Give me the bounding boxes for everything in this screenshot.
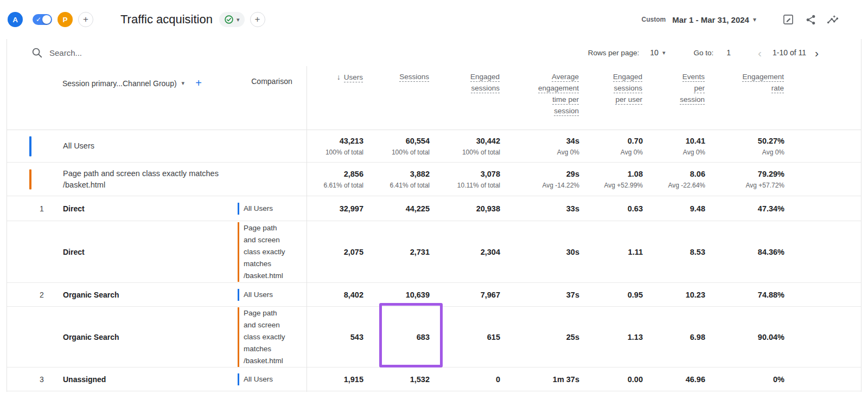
metric-cell: 43,213100% of total [307, 137, 365, 156]
add-dimension-icon[interactable]: + [195, 77, 202, 89]
sort-descending-icon: ↓ [337, 73, 341, 81]
table-body: All Users 43,213100% of total 60,554100%… [7, 130, 861, 391]
channel-name: Direct [63, 204, 238, 213]
metric-column-headers: ↓Users Sessions Engagedsessions Averagee… [307, 73, 786, 118]
metric-cell: 2,731 [365, 248, 431, 256]
column-header-engaged-sessions-per-user[interactable]: Engagedsessionsper user [580, 73, 644, 118]
date-preset-label: Custom [642, 16, 666, 23]
metric-cell: 46.96 [644, 375, 707, 384]
metric-cell: 60,554100% of total [365, 137, 431, 156]
go-to-page-input[interactable]: 1 [726, 48, 731, 57]
metric-cell: 0.70Avg 0% [581, 137, 644, 156]
column-header-sessions[interactable]: Sessions [365, 73, 431, 118]
summary-row-all-users: All Users 43,213100% of total 60,554100%… [7, 130, 861, 163]
metric-cell: 34sAvg 0% [502, 137, 581, 156]
comparison-cell: All Users [238, 373, 307, 385]
insights-icon[interactable] [826, 13, 839, 26]
metric-cell: 3,07810.11% of total [431, 170, 502, 189]
comparison-accent-bar [29, 136, 31, 156]
column-header-users[interactable]: ↓Users [307, 73, 365, 118]
metric-cell: 1,532 [365, 375, 431, 384]
next-page-icon[interactable]: › [815, 47, 819, 59]
go-to-label: Go to: [693, 49, 713, 57]
search-input[interactable] [49, 48, 277, 57]
chevron-down-icon[interactable]: ▾ [753, 16, 756, 23]
metric-cell: 0% [707, 375, 786, 384]
metric-cell: 32,997 [307, 204, 365, 213]
comparison-accent-bar [29, 169, 31, 189]
channel-name: Direct [63, 248, 238, 256]
metric-cell: 74.88% [707, 291, 786, 299]
customize-report-icon[interactable] [782, 13, 795, 26]
comparison-column-header: Comparison [237, 77, 307, 86]
summary-label: Page path and screen class exactly match… [63, 168, 307, 191]
top-bar-right: Custom Mar 1 - Mar 31, 2024 ▾ [642, 13, 868, 26]
channel-name: Unassigned [63, 375, 238, 384]
rows-per-page-label: Rows per page: [588, 49, 640, 57]
comparison-cell: Page pathand screenclass exactlymatches/… [238, 222, 307, 282]
table-row-direct-all-users: 1 Direct All Users 32,997 44,225 20,938 … [7, 196, 861, 221]
report-status-badge[interactable]: ▾ [219, 12, 245, 27]
metric-cell: 84.36% [707, 248, 786, 256]
metric-cell: 2,8566.61% of total [307, 170, 365, 189]
page-title: Traffic acquisition [120, 12, 213, 27]
report-table-card: Rows per page: 10 ▾ Go to: 1 ‹ 1-10 of 1… [7, 39, 861, 392]
metric-cell: 1.11 [581, 248, 644, 256]
row-index: 3 [29, 375, 63, 384]
metric-cell: 90.04% [707, 333, 786, 341]
pagination-range: 1-10 of 11 [773, 48, 806, 57]
metric-cell: 7,967 [431, 291, 502, 299]
metric-cell: 6.98 [644, 333, 707, 341]
add-comparison-button[interactable]: + [78, 12, 93, 27]
channel-name: Organic Search [63, 291, 238, 299]
column-header-engagement-rate[interactable]: Engagementrate [706, 73, 786, 118]
chevron-down-icon: ▾ [237, 17, 240, 23]
chevron-down-icon[interactable]: ▾ [662, 50, 666, 56]
metric-cell: 25s [502, 333, 581, 341]
add-report-tab-button[interactable]: + [250, 12, 265, 27]
comparison-chip-p[interactable]: P [58, 12, 73, 27]
metric-cell: 30,442100% of total [431, 137, 502, 156]
table-row-direct-basket: Direct Page pathand screenclass exactlym… [7, 221, 861, 283]
comparison-cell: All Users [238, 289, 307, 301]
metric-cell: 79.29%Avg +57.72% [707, 170, 786, 189]
metric-cell: 2,304 [431, 248, 502, 256]
metric-cell: 1,915 [307, 375, 365, 384]
row-index: 2 [29, 291, 63, 299]
column-header-events-per-session[interactable]: Eventspersession [644, 73, 706, 118]
metric-cell: 543 [307, 333, 365, 341]
metric-cell: 3,8826.41% of total [365, 170, 431, 189]
metric-cell: 30s [502, 248, 581, 256]
check-icon: ✓ [36, 15, 41, 24]
table-controls-row: Rows per page: 10 ▾ Go to: 1 ‹ 1-10 of 1… [7, 39, 861, 66]
date-range-selector[interactable]: Mar 1 - Mar 31, 2024 [672, 15, 749, 24]
comparison-chip-a[interactable]: A [8, 12, 23, 27]
metric-cell: 1m 37s [502, 375, 581, 384]
column-header-engaged-sessions[interactable]: Engagedsessions [431, 73, 501, 118]
comparison-cell: All Users [238, 203, 307, 215]
metric-cell: 9.48 [644, 204, 707, 213]
toggle-knob [42, 15, 51, 24]
table-row-organic-search-all-users: 2 Organic Search All Users 8,402 10,639 … [7, 283, 861, 307]
rows-per-page-select[interactable]: 10 [650, 48, 659, 57]
comparison-toggle[interactable]: ✓ [33, 14, 52, 25]
metric-cell: 8.53 [644, 248, 707, 256]
dimension-header-label: Session primary...Channel Group) [62, 79, 177, 88]
metric-cell: 1.08Avg +52.99% [581, 170, 644, 189]
table-search[interactable] [31, 47, 277, 59]
top-bar: A ✓ P + Traffic acquisition ▾ + Custom M… [0, 0, 868, 39]
metric-cell: 8,402 [307, 291, 365, 299]
column-header-average-engagement-time-per-session[interactable]: Averageengagementtime persession [501, 73, 580, 118]
ga4-traffic-acquisition-report: A ✓ P + Traffic acquisition ▾ + Custom M… [0, 0, 868, 400]
metric-cell: 0.00 [581, 375, 644, 384]
share-icon[interactable] [804, 13, 817, 26]
metric-cell: 2,075 [307, 248, 365, 256]
table-row-unassigned-all-users: 3 Unassigned All Users 1,915 1,532 0 1m … [7, 367, 861, 391]
metric-cell: 615 [431, 333, 502, 341]
metric-cell: 10.41Avg 0% [644, 137, 707, 156]
chevron-down-icon[interactable]: ▾ [182, 80, 185, 86]
channel-name: Organic Search [63, 333, 238, 341]
pagination-controls: Rows per page: 10 ▾ Go to: 1 ‹ 1-10 of 1… [588, 47, 819, 59]
dimension-selector[interactable]: Session primary...Channel Group) ▾ + [62, 77, 202, 89]
previous-page-icon[interactable]: ‹ [758, 47, 762, 59]
